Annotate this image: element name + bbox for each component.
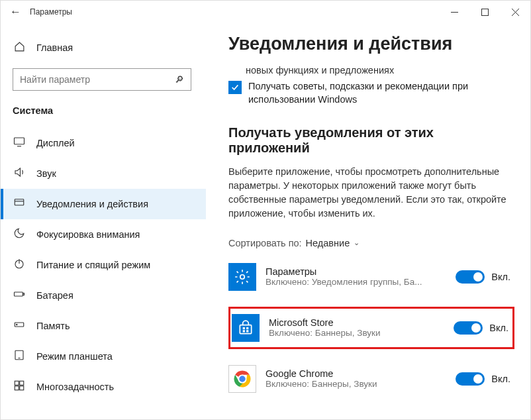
sort-dropdown[interactable]: Сортировать по: Недавние ⌄	[228, 238, 514, 248]
nav-item-sound[interactable]: Звук	[1, 158, 206, 189]
battery-icon	[13, 288, 26, 303]
svg-rect-21	[240, 325, 251, 333]
search-input[interactable]	[20, 74, 175, 85]
nav-label: Уведомления и действия	[36, 199, 148, 209]
nav-item-multitask[interactable]: Многозадачность	[1, 372, 206, 402]
settings-app-icon	[228, 263, 256, 291]
back-button[interactable]: ←	[10, 5, 24, 19]
nav-list: Дисплей Звук Уведомления и действия Фоку…	[1, 128, 206, 402]
app-text: Google Chrome Включено: Баннеры, Звуки	[266, 368, 446, 389]
section-title: Система	[1, 100, 206, 128]
home-button[interactable]: Главная	[1, 34, 206, 62]
checkbox-label: Получать советы, подсказки и рекомендаци…	[248, 79, 500, 107]
titlebar: ← Параметры	[1, 1, 530, 23]
app-sub: Включено: Уведомления группы, Ба...	[266, 277, 438, 287]
maximize-button[interactable]	[469, 1, 500, 23]
chrome-app-icon	[228, 365, 256, 393]
apps-section-header: Получать уведомления от этих приложений	[228, 125, 514, 156]
search-icon: 🔍︎	[175, 74, 184, 85]
app-list: Параметры Включено: Уведомления группы, …	[228, 260, 514, 395]
svg-rect-16	[15, 381, 19, 385]
app-row-microsoft-store[interactable]: Microsoft Store Включено: Баннеры, Звуки…	[228, 307, 514, 349]
nav-label: Режим планшета	[36, 351, 113, 362]
tablet-icon	[13, 349, 26, 364]
settings-window: ← Параметры Главная	[0, 0, 531, 420]
svg-rect-22	[243, 327, 245, 329]
nav-label: Батарея	[36, 290, 73, 301]
svg-rect-11	[23, 293, 24, 295]
nav-item-battery[interactable]: Батарея	[1, 280, 206, 311]
svg-rect-25	[246, 330, 248, 332]
svg-rect-17	[20, 381, 24, 385]
window-title: Параметры	[30, 7, 72, 17]
svg-rect-24	[243, 330, 245, 332]
toggle-label: Вкл.	[489, 323, 508, 333]
search-container: 🔍︎	[1, 62, 206, 100]
nav-label: Питание и спящий режим	[36, 260, 150, 270]
minimize-button[interactable]	[439, 1, 469, 23]
app-sub: Включено: Баннеры, Звуки	[269, 328, 441, 338]
app-name: Параметры	[266, 266, 446, 277]
home-label: Главная	[36, 42, 73, 53]
nav-item-notifications[interactable]: Уведомления и действия	[1, 189, 206, 219]
power-icon	[13, 258, 26, 272]
svg-rect-1	[481, 9, 488, 15]
toggle-on[interactable]	[456, 270, 485, 284]
apps-section-description: Выберите приложение, чтобы просмотреть д…	[228, 165, 507, 221]
search-box[interactable]: 🔍︎	[13, 68, 191, 91]
tips-checkbox-row[interactable]: Получать советы, подсказки и рекомендаци…	[228, 79, 514, 107]
display-icon	[13, 136, 26, 150]
window-controls	[439, 1, 530, 23]
svg-rect-23	[246, 327, 248, 329]
svg-rect-4	[15, 138, 24, 144]
app-row-chrome[interactable]: Google Chrome Включено: Баннеры, Звуки В…	[228, 362, 514, 395]
content-area: Уведомления и действия новых функциях и …	[206, 23, 530, 419]
app-text: Microsoft Store Включено: Баннеры, Звуки	[269, 317, 444, 338]
nav-item-focus[interactable]: Фокусировка внимания	[1, 219, 206, 250]
sort-value: Недавние	[306, 238, 350, 248]
storage-icon	[13, 319, 26, 333]
nav-item-tablet[interactable]: Режим планшета	[1, 341, 206, 372]
checkbox-checked-icon[interactable]	[228, 81, 242, 94]
svg-point-13	[17, 324, 18, 325]
chevron-down-icon: ⌄	[354, 238, 360, 247]
nav-item-display[interactable]: Дисплей	[1, 128, 206, 158]
focus-icon	[13, 227, 26, 242]
app-name: Google Chrome	[266, 368, 446, 379]
svg-rect-19	[20, 386, 24, 390]
sidebar: Главная 🔍︎ Система Дисплей Звук	[1, 23, 206, 419]
page-title: Уведомления и действия	[228, 34, 514, 54]
app-name: Microsoft Store	[269, 317, 444, 328]
nav-label: Память	[36, 321, 70, 331]
window-body: Главная 🔍︎ Система Дисплей Звук	[1, 23, 530, 419]
home-icon	[13, 41, 26, 55]
app-text: Параметры Включено: Уведомления группы, …	[266, 266, 446, 287]
toggle-wrap: Вкл.	[456, 270, 510, 284]
prev-option-text: новых функциях и предложениях	[246, 65, 514, 76]
notifications-icon	[13, 197, 26, 211]
svg-rect-10	[15, 292, 23, 296]
svg-point-20	[240, 274, 245, 279]
app-row-settings[interactable]: Параметры Включено: Уведомления группы, …	[228, 260, 514, 293]
sort-label: Сортировать по:	[228, 238, 302, 248]
toggle-label: Вкл.	[491, 272, 510, 282]
multitask-icon	[13, 380, 26, 394]
nav-label: Звук	[36, 168, 56, 179]
toggle-wrap: Вкл.	[456, 372, 510, 386]
toggle-label: Вкл.	[491, 374, 510, 384]
nav-label: Фокусировка внимания	[36, 229, 140, 240]
toggle-wrap: Вкл.	[454, 321, 508, 335]
app-sub: Включено: Баннеры, Звуки	[266, 379, 438, 389]
nav-item-storage[interactable]: Память	[1, 311, 206, 341]
store-app-icon	[232, 314, 260, 342]
svg-rect-6	[15, 199, 24, 205]
nav-label: Многозадачность	[36, 382, 114, 392]
svg-rect-18	[15, 386, 19, 390]
toggle-on[interactable]	[456, 372, 485, 386]
nav-label: Дисплей	[36, 138, 75, 148]
close-button[interactable]	[500, 1, 530, 23]
sound-icon	[13, 166, 26, 181]
nav-item-power[interactable]: Питание и спящий режим	[1, 250, 206, 280]
toggle-on[interactable]	[454, 321, 483, 335]
